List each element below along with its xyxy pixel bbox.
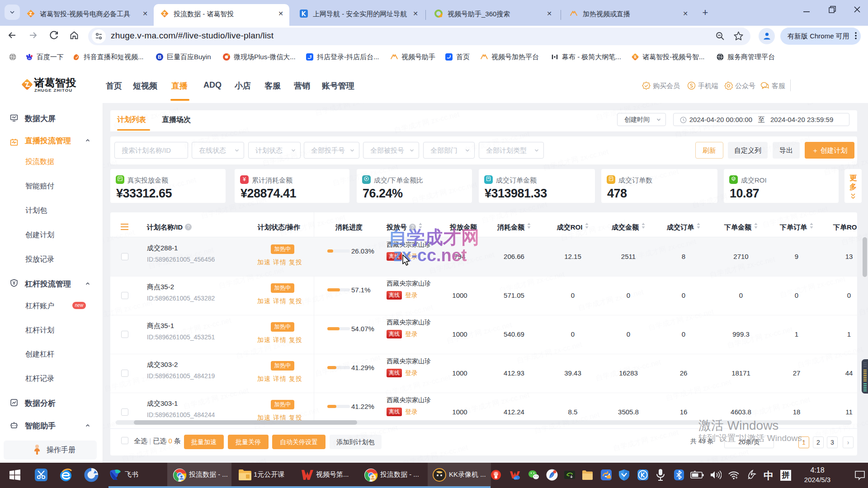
svg-text:du: du: [28, 57, 31, 60]
svg-text:B: B: [158, 54, 161, 60]
